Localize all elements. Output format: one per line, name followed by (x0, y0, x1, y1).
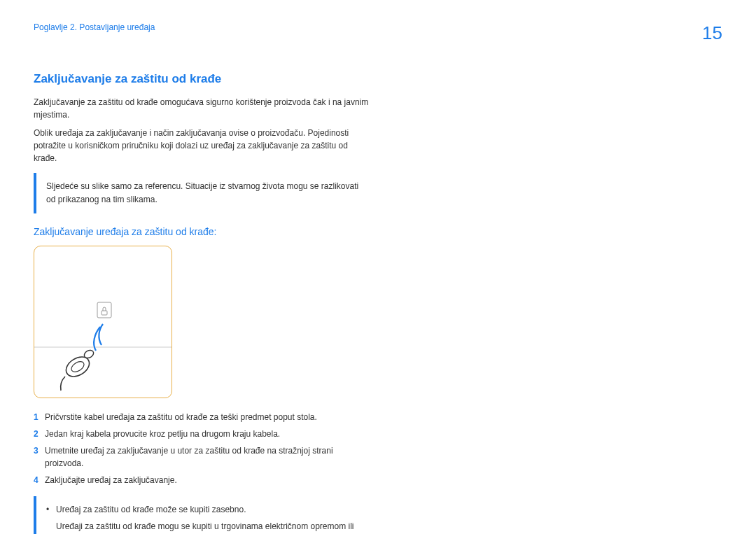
step-number: 4 (34, 474, 45, 486)
note-box-1: Sljedeće su slike samo za referencu. Sit… (34, 173, 372, 213)
note-box-2: • Uređaj za zaštitu od krađe može se kup… (34, 496, 372, 534)
step-text: Pričvrstite kabel uređaja za zaštitu od … (45, 411, 317, 423)
lock-illustration-svg (34, 246, 172, 398)
step-number: 2 (34, 428, 45, 440)
paragraph-2: Oblik uređaja za zaključavanje i način z… (34, 127, 372, 164)
step-text: Umetnite uređaj za zaključavanje u utor … (45, 444, 372, 470)
step-text: Zaključajte uređaj za zaključavanje. (45, 474, 177, 486)
bullet-dot-icon: • (46, 503, 56, 517)
note-2-bullet-1-text: Uređaj za zaštitu od krađe može se kupit… (56, 503, 246, 517)
lock-illustration (34, 246, 172, 398)
svg-rect-1 (97, 302, 111, 318)
page-number: 15 (702, 22, 722, 44)
step-number: 1 (34, 411, 45, 423)
note-1-text: Sljedeće su slike samo za referencu. Sit… (46, 180, 363, 206)
paragraph-1: Zaključavanje za zaštitu od krađe omoguć… (34, 96, 372, 121)
note-2-bullet-1-sub: Uređaji za zaštitu od krađe mogu se kupi… (56, 520, 363, 534)
step-item: 1 Pričvrstite kabel uređaja za zaštitu o… (34, 411, 372, 423)
step-item: 2 Jedan kraj kabela provucite kroz petlj… (34, 428, 372, 440)
sub-heading: Zaključavanje uređaja za zaštitu od krađ… (34, 226, 372, 237)
note-2-list: • Uređaj za zaštitu od krađe može se kup… (46, 503, 363, 517)
step-item: 4 Zaključajte uređaj za zaključavanje. (34, 474, 372, 486)
page-header: Poglavlje 2. Postavljanje uređaja 15 (0, 0, 756, 44)
breadcrumb: Poglavlje 2. Postavljanje uređaja (34, 22, 155, 32)
content-column: Zaključavanje za zaštitu od krađe Zaklju… (0, 44, 406, 534)
step-number: 3 (34, 444, 45, 470)
step-text: Jedan kraj kabela provucite kroz petlju … (45, 428, 280, 440)
main-heading: Zaključavanje za zaštitu od krađe (34, 72, 372, 86)
step-item: 3 Umetnite uređaj za zaključavanje u uto… (34, 444, 372, 470)
steps-list: 1 Pričvrstite kabel uređaja za zaštitu o… (34, 411, 372, 486)
note-2-bullet-1: • Uređaj za zaštitu od krađe može se kup… (46, 503, 363, 517)
